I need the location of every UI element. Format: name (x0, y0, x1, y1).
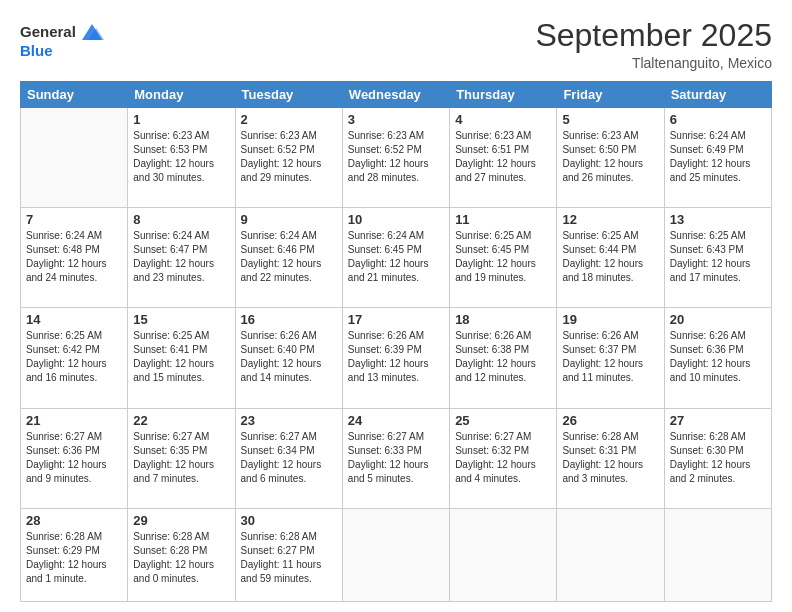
day-number: 7 (26, 212, 122, 227)
day-info: Sunrise: 6:26 AM Sunset: 6:37 PM Dayligh… (562, 329, 658, 385)
day-number: 26 (562, 413, 658, 428)
day-info: Sunrise: 6:24 AM Sunset: 6:46 PM Dayligh… (241, 229, 337, 285)
day-number: 5 (562, 112, 658, 127)
day-info: Sunrise: 6:26 AM Sunset: 6:36 PM Dayligh… (670, 329, 766, 385)
calendar-cell: 16Sunrise: 6:26 AM Sunset: 6:40 PM Dayli… (235, 308, 342, 408)
calendar-week-row: 1Sunrise: 6:23 AM Sunset: 6:53 PM Daylig… (21, 108, 772, 208)
day-number: 9 (241, 212, 337, 227)
day-number: 12 (562, 212, 658, 227)
day-number: 16 (241, 312, 337, 327)
day-info: Sunrise: 6:28 AM Sunset: 6:29 PM Dayligh… (26, 530, 122, 586)
day-number: 3 (348, 112, 444, 127)
calendar-header-row: SundayMondayTuesdayWednesdayThursdayFrid… (21, 82, 772, 108)
calendar-week-row: 14Sunrise: 6:25 AM Sunset: 6:42 PM Dayli… (21, 308, 772, 408)
calendar-cell: 9Sunrise: 6:24 AM Sunset: 6:46 PM Daylig… (235, 208, 342, 308)
header: General Blue September 2025 Tlaltenangui… (20, 18, 772, 71)
day-info: Sunrise: 6:26 AM Sunset: 6:39 PM Dayligh… (348, 329, 444, 385)
day-info: Sunrise: 6:25 AM Sunset: 6:42 PM Dayligh… (26, 329, 122, 385)
day-number: 2 (241, 112, 337, 127)
calendar-cell: 24Sunrise: 6:27 AM Sunset: 6:33 PM Dayli… (342, 408, 449, 508)
day-number: 8 (133, 212, 229, 227)
day-number: 1 (133, 112, 229, 127)
calendar-cell: 26Sunrise: 6:28 AM Sunset: 6:31 PM Dayli… (557, 408, 664, 508)
calendar-header-wednesday: Wednesday (342, 82, 449, 108)
calendar-cell (342, 508, 449, 601)
calendar-header-sunday: Sunday (21, 82, 128, 108)
calendar-cell: 18Sunrise: 6:26 AM Sunset: 6:38 PM Dayli… (450, 308, 557, 408)
day-info: Sunrise: 6:28 AM Sunset: 6:27 PM Dayligh… (241, 530, 337, 586)
calendar-cell: 22Sunrise: 6:27 AM Sunset: 6:35 PM Dayli… (128, 408, 235, 508)
calendar-header-tuesday: Tuesday (235, 82, 342, 108)
calendar-cell (21, 108, 128, 208)
day-info: Sunrise: 6:26 AM Sunset: 6:40 PM Dayligh… (241, 329, 337, 385)
calendar-cell: 17Sunrise: 6:26 AM Sunset: 6:39 PM Dayli… (342, 308, 449, 408)
calendar-cell: 6Sunrise: 6:24 AM Sunset: 6:49 PM Daylig… (664, 108, 771, 208)
day-number: 11 (455, 212, 551, 227)
calendar-table: SundayMondayTuesdayWednesdayThursdayFrid… (20, 81, 772, 602)
day-number: 18 (455, 312, 551, 327)
day-number: 17 (348, 312, 444, 327)
calendar-header-saturday: Saturday (664, 82, 771, 108)
location: Tlaltenanguito, Mexico (535, 55, 772, 71)
calendar-cell: 10Sunrise: 6:24 AM Sunset: 6:45 PM Dayli… (342, 208, 449, 308)
day-info: Sunrise: 6:24 AM Sunset: 6:47 PM Dayligh… (133, 229, 229, 285)
day-number: 4 (455, 112, 551, 127)
day-info: Sunrise: 6:25 AM Sunset: 6:44 PM Dayligh… (562, 229, 658, 285)
day-number: 22 (133, 413, 229, 428)
calendar-cell: 30Sunrise: 6:28 AM Sunset: 6:27 PM Dayli… (235, 508, 342, 601)
day-number: 30 (241, 513, 337, 528)
calendar-week-row: 7Sunrise: 6:24 AM Sunset: 6:48 PM Daylig… (21, 208, 772, 308)
day-info: Sunrise: 6:27 AM Sunset: 6:35 PM Dayligh… (133, 430, 229, 486)
page: General Blue September 2025 Tlaltenangui… (0, 0, 792, 612)
calendar-cell: 14Sunrise: 6:25 AM Sunset: 6:42 PM Dayli… (21, 308, 128, 408)
calendar-cell: 7Sunrise: 6:24 AM Sunset: 6:48 PM Daylig… (21, 208, 128, 308)
day-number: 14 (26, 312, 122, 327)
day-info: Sunrise: 6:28 AM Sunset: 6:31 PM Dayligh… (562, 430, 658, 486)
day-info: Sunrise: 6:25 AM Sunset: 6:45 PM Dayligh… (455, 229, 551, 285)
day-info: Sunrise: 6:24 AM Sunset: 6:49 PM Dayligh… (670, 129, 766, 185)
day-info: Sunrise: 6:26 AM Sunset: 6:38 PM Dayligh… (455, 329, 551, 385)
month-title: September 2025 (535, 18, 772, 53)
calendar-cell (450, 508, 557, 601)
day-info: Sunrise: 6:23 AM Sunset: 6:51 PM Dayligh… (455, 129, 551, 185)
calendar-cell: 28Sunrise: 6:28 AM Sunset: 6:29 PM Dayli… (21, 508, 128, 601)
day-number: 24 (348, 413, 444, 428)
calendar-cell (664, 508, 771, 601)
day-number: 13 (670, 212, 766, 227)
calendar-cell: 3Sunrise: 6:23 AM Sunset: 6:52 PM Daylig… (342, 108, 449, 208)
day-info: Sunrise: 6:27 AM Sunset: 6:33 PM Dayligh… (348, 430, 444, 486)
day-number: 27 (670, 413, 766, 428)
logo: General Blue (20, 18, 106, 59)
calendar-cell: 12Sunrise: 6:25 AM Sunset: 6:44 PM Dayli… (557, 208, 664, 308)
day-info: Sunrise: 6:25 AM Sunset: 6:43 PM Dayligh… (670, 229, 766, 285)
calendar-cell (557, 508, 664, 601)
calendar-cell: 27Sunrise: 6:28 AM Sunset: 6:30 PM Dayli… (664, 408, 771, 508)
day-info: Sunrise: 6:23 AM Sunset: 6:53 PM Dayligh… (133, 129, 229, 185)
day-info: Sunrise: 6:24 AM Sunset: 6:48 PM Dayligh… (26, 229, 122, 285)
day-number: 25 (455, 413, 551, 428)
day-info: Sunrise: 6:23 AM Sunset: 6:52 PM Dayligh… (241, 129, 337, 185)
day-info: Sunrise: 6:23 AM Sunset: 6:52 PM Dayligh… (348, 129, 444, 185)
calendar-cell: 11Sunrise: 6:25 AM Sunset: 6:45 PM Dayli… (450, 208, 557, 308)
calendar-header-friday: Friday (557, 82, 664, 108)
day-number: 15 (133, 312, 229, 327)
calendar-cell: 19Sunrise: 6:26 AM Sunset: 6:37 PM Dayli… (557, 308, 664, 408)
day-info: Sunrise: 6:27 AM Sunset: 6:34 PM Dayligh… (241, 430, 337, 486)
day-number: 23 (241, 413, 337, 428)
calendar-cell: 1Sunrise: 6:23 AM Sunset: 6:53 PM Daylig… (128, 108, 235, 208)
day-number: 19 (562, 312, 658, 327)
day-number: 29 (133, 513, 229, 528)
day-info: Sunrise: 6:28 AM Sunset: 6:28 PM Dayligh… (133, 530, 229, 586)
calendar-cell: 2Sunrise: 6:23 AM Sunset: 6:52 PM Daylig… (235, 108, 342, 208)
calendar-cell: 5Sunrise: 6:23 AM Sunset: 6:50 PM Daylig… (557, 108, 664, 208)
day-number: 21 (26, 413, 122, 428)
day-number: 28 (26, 513, 122, 528)
calendar-header-thursday: Thursday (450, 82, 557, 108)
title-block: September 2025 Tlaltenanguito, Mexico (535, 18, 772, 71)
calendar-cell: 4Sunrise: 6:23 AM Sunset: 6:51 PM Daylig… (450, 108, 557, 208)
calendar-cell: 8Sunrise: 6:24 AM Sunset: 6:47 PM Daylig… (128, 208, 235, 308)
day-info: Sunrise: 6:28 AM Sunset: 6:30 PM Dayligh… (670, 430, 766, 486)
calendar-week-row: 21Sunrise: 6:27 AM Sunset: 6:36 PM Dayli… (21, 408, 772, 508)
day-info: Sunrise: 6:27 AM Sunset: 6:32 PM Dayligh… (455, 430, 551, 486)
logo-text-blue: Blue (20, 42, 53, 59)
